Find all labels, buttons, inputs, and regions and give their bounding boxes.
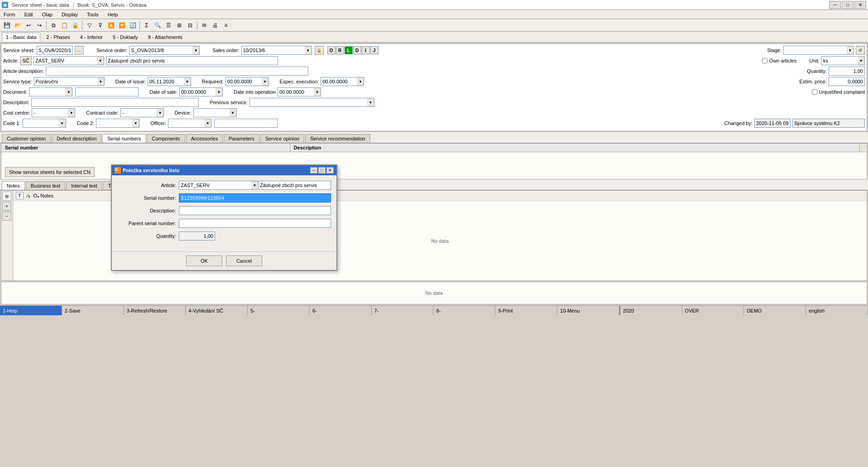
- notes-tab-internal-text[interactable]: Internal text: [66, 181, 102, 190]
- dialog-quantity-input[interactable]: [179, 231, 215, 241]
- tb-list[interactable]: ☰: [163, 20, 173, 30]
- estim-price-input[interactable]: [829, 77, 865, 86]
- tb-down[interactable]: 🔽: [117, 20, 127, 30]
- status-btn-o[interactable]: O: [327, 46, 336, 54]
- device-input[interactable]: [193, 108, 230, 117]
- sales-order-dropdown[interactable]: ▼: [305, 46, 312, 55]
- tab-inferior[interactable]: 4 - Inferior: [76, 33, 107, 42]
- tab-phases[interactable]: 2 - Phases: [42, 33, 74, 42]
- sub-tab-customer-opinion[interactable]: Customer opinion: [2, 134, 51, 143]
- notes-add-icon[interactable]: +: [2, 202, 11, 211]
- dialog-article-desc-input[interactable]: [259, 181, 331, 190]
- close-button[interactable]: ✕: [854, 1, 866, 9]
- menu-form[interactable]: Form: [2, 11, 17, 18]
- tb-open[interactable]: 📂: [13, 20, 23, 30]
- document-dropdown[interactable]: ▼: [65, 87, 72, 96]
- status-f9[interactable]: 9-Print: [495, 306, 557, 315]
- status-f7[interactable]: 7-: [372, 306, 434, 315]
- cost-centre-dropdown[interactable]: ▼: [68, 108, 75, 117]
- previous-service-input[interactable]: [249, 98, 367, 107]
- device-dropdown[interactable]: ▼: [230, 108, 237, 117]
- sub-tab-accessories[interactable]: Accessories: [186, 134, 223, 143]
- tb-undo[interactable]: ↩: [24, 20, 34, 30]
- tb-search[interactable]: 🔍: [153, 20, 163, 30]
- tb-email[interactable]: ✉: [199, 20, 209, 30]
- show-service-sheets-button[interactable]: Show service sheets for selected CN: [5, 167, 95, 177]
- notes-grid-icon[interactable]: ⊞: [2, 192, 11, 201]
- status-btn-l[interactable]: L: [345, 46, 353, 54]
- article-code-input[interactable]: [34, 56, 97, 65]
- description-input[interactable]: [31, 98, 199, 107]
- stage-input[interactable]: [783, 46, 847, 55]
- date-of-sale-input[interactable]: [179, 87, 216, 96]
- date-of-issue-input[interactable]: [148, 77, 184, 86]
- service-type-dropdown[interactable]: ▼: [97, 77, 105, 86]
- tb-print[interactable]: 🖨: [210, 20, 220, 30]
- dialog-serial-input[interactable]: [179, 193, 331, 202]
- tab-doklady[interactable]: 5 - Doklady: [109, 33, 142, 42]
- status-f8[interactable]: 8-: [433, 306, 495, 315]
- menu-help[interactable]: Help: [106, 11, 120, 18]
- sub-tab-components[interactable]: Components: [147, 134, 185, 143]
- status-f4[interactable]: 4-Vyhledání SČ: [186, 306, 248, 315]
- sub-tab-service-recommendation[interactable]: Service recommendation: [305, 134, 370, 143]
- status-btn-d[interactable]: D: [353, 46, 361, 54]
- dialog-article-dropdown[interactable]: ▼: [251, 181, 259, 190]
- contract-code-input[interactable]: [120, 108, 157, 117]
- unit-dropdown[interactable]: ▼: [858, 56, 865, 65]
- status-f1[interactable]: 1-Help: [0, 306, 62, 315]
- status-f6[interactable]: 6-: [310, 306, 372, 315]
- status-f2[interactable]: 2-Save: [62, 306, 124, 315]
- date-into-operation-input[interactable]: [278, 87, 314, 96]
- dialog-close[interactable]: ✕: [326, 167, 334, 173]
- officer-input[interactable]: [168, 119, 204, 128]
- required-dropdown[interactable]: ▼: [262, 77, 269, 86]
- menu-olap[interactable]: Olap: [40, 11, 54, 18]
- tb-menu[interactable]: ≡: [221, 20, 231, 30]
- sub-tab-service-opinion[interactable]: Service opinion: [260, 134, 304, 143]
- dialog-parent-sn-input[interactable]: [179, 219, 331, 228]
- unit-input[interactable]: [821, 56, 858, 65]
- code1-dropdown[interactable]: ▼: [59, 119, 66, 128]
- officer-name-input[interactable]: [214, 119, 278, 128]
- service-order-input[interactable]: [129, 46, 192, 55]
- notes-delete-icon[interactable]: −: [2, 212, 11, 221]
- tb-up[interactable]: 🔼: [106, 20, 116, 30]
- date-of-sale-dropdown[interactable]: ▼: [216, 87, 223, 96]
- date-into-operation-dropdown[interactable]: ▼: [314, 87, 321, 96]
- dialog-cancel-button[interactable]: Cancel: [226, 255, 262, 266]
- tb-redo[interactable]: ↪: [34, 20, 44, 30]
- menu-tools[interactable]: Tools: [85, 11, 101, 18]
- previous-service-dropdown[interactable]: ▼: [367, 98, 374, 107]
- required-input[interactable]: [225, 77, 262, 86]
- dialog-ok-button[interactable]: OK: [186, 255, 222, 266]
- article-description-input[interactable]: [46, 67, 308, 76]
- expec-execution-dropdown[interactable]: ▼: [357, 77, 364, 86]
- notes-tab-business-text[interactable]: Business text: [26, 181, 65, 190]
- article-desc-input[interactable]: [106, 56, 278, 65]
- quantity-input[interactable]: [829, 67, 865, 76]
- status-btn-r[interactable]: R: [336, 46, 344, 54]
- tb-refresh[interactable]: 🔄: [128, 20, 138, 30]
- tb-grid[interactable]: ⊞: [174, 20, 184, 30]
- tb-lock[interactable]: 🔒: [70, 20, 80, 30]
- maximize-button[interactable]: □: [842, 1, 854, 9]
- dialog-minimize[interactable]: ─: [310, 167, 317, 173]
- contract-code-dropdown[interactable]: ▼: [157, 108, 164, 117]
- sn-scroll-right[interactable]: [859, 144, 867, 152]
- status-f10[interactable]: 10-Menu: [557, 306, 619, 315]
- service-sheet-picker[interactable]: …: [75, 46, 84, 55]
- own-articles-checkbox[interactable]: [762, 58, 767, 63]
- lock-btn[interactable]: 🔒: [315, 46, 324, 55]
- status-btn-j[interactable]: J: [370, 46, 379, 54]
- code1-input[interactable]: [23, 119, 59, 128]
- officer-dropdown[interactable]: ▼: [204, 119, 211, 128]
- document-detail-input[interactable]: [75, 87, 139, 96]
- cost-centre-input[interactable]: [32, 108, 68, 117]
- code2-dropdown[interactable]: ▼: [132, 119, 139, 128]
- tb-copy[interactable]: ⧉: [48, 20, 58, 30]
- expec-execution-input[interactable]: [321, 77, 357, 86]
- tb-paste[interactable]: 📋: [59, 20, 69, 30]
- stage-refresh[interactable]: ↺: [856, 46, 865, 55]
- tb-filter2[interactable]: ⊽: [95, 20, 105, 30]
